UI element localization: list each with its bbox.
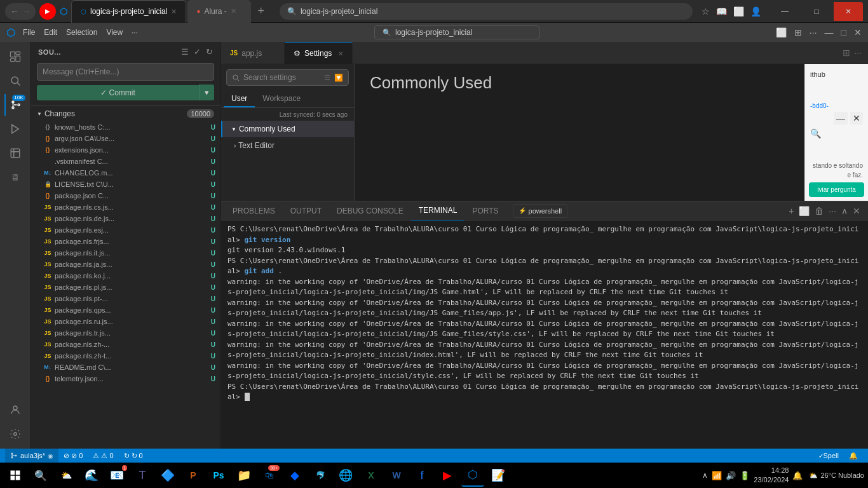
taskbar-app-chrome[interactable]: 🌐 — [334, 464, 357, 487]
titlebar-minimize[interactable]: — — [825, 27, 834, 37]
file-item[interactable]: JS package.nls.esj... U — [31, 224, 220, 236]
tab-close-alura[interactable]: ✕ — [231, 7, 236, 15]
taskbar-app-excel[interactable]: X — [360, 464, 383, 487]
taskbar-app-teams2[interactable]: 🔷 — [156, 464, 179, 487]
browser-tab-alura[interactable]: ● Alura - ✕ — [187, 0, 251, 23]
github-link-text[interactable]: ithub — [809, 68, 864, 81]
panel-tab-problems[interactable]: PROBLEMS — [225, 201, 283, 220]
status-warnings[interactable]: ⚠ ⚠ 0 — [88, 449, 118, 463]
taskbar-app-youtube[interactable]: ▶ — [436, 464, 459, 487]
sidebar-menu-icon[interactable]: ☰ — [181, 47, 189, 57]
browser-tab-vscode[interactable]: ⬡ logica-js-projeto_inicial ✕ — [71, 0, 186, 23]
taskbar-app-powerpoint[interactable]: P — [182, 464, 205, 487]
file-item[interactable]: 🔒 LICENSE.txt C\U... U — [31, 179, 220, 190]
activity-run[interactable] — [4, 118, 26, 140]
status-sync[interactable]: ↻ ↻ 0 — [119, 449, 148, 463]
terminal-close-icon[interactable]: ✕ — [853, 206, 860, 216]
menu-file[interactable]: File — [23, 28, 35, 37]
commit-button[interactable]: ✓ Commit — [37, 85, 199, 100]
file-item[interactable]: M↓ README.md C\... U — [31, 362, 220, 373]
taskbar-app-word[interactable]: W — [385, 464, 408, 487]
activity-source-control[interactable]: 10K — [4, 94, 26, 116]
settings-tab-close[interactable]: ✕ — [338, 50, 343, 57]
alura-minimize-icon[interactable]: — — [834, 112, 848, 125]
sidebar-refresh-icon[interactable]: ↻ — [206, 47, 213, 57]
address-bar-text[interactable]: logica-js-projeto_inicial — [301, 7, 377, 16]
activity-explorer[interactable] — [4, 46, 26, 67]
file-item[interactable]: JS package.nls.zh-t... U — [31, 350, 220, 362]
file-item[interactable]: JS package.nls.de.js... U — [31, 213, 220, 224]
tab-app-js[interactable]: JS app.js — [221, 42, 285, 64]
split-editor-action[interactable]: ⊞ — [843, 48, 850, 58]
activity-account[interactable] — [4, 399, 26, 421]
changes-section-header[interactable]: ▼ Changes 10000 — [31, 106, 220, 121]
minimize-button[interactable]: — — [770, 2, 799, 21]
terminal-shell-indicator[interactable]: ⚡ powershell — [513, 204, 568, 218]
taskbar-clock[interactable]: 14:28 23/02/2024 — [754, 466, 789, 485]
status-bell[interactable]: 🔔 — [844, 449, 863, 463]
menu-view[interactable]: View — [106, 28, 123, 37]
start-button[interactable] — [4, 464, 27, 487]
reading-view-icon[interactable]: 📖 — [716, 6, 727, 17]
nav-forward[interactable]: → — [22, 6, 31, 17]
restore-button[interactable]: □ — [802, 2, 831, 21]
taskbar-app-files[interactable]: 📁 — [233, 464, 255, 487]
file-item[interactable]: {} argv.json CA\Use... U — [31, 133, 220, 144]
profile-icon[interactable]: 👤 — [750, 6, 761, 17]
youtube-tab[interactable]: ▶ — [39, 3, 56, 20]
taskbar-app-outlook[interactable]: 📧 1 — [105, 464, 128, 487]
taskbar-app-facebook[interactable]: f — [410, 464, 433, 487]
close-button[interactable]: ✕ — [834, 2, 863, 21]
new-tab-button[interactable]: + — [251, 0, 271, 23]
status-spell[interactable]: ✓ Spell — [813, 449, 844, 463]
taskbar-app-photoshop[interactable]: Ps — [207, 464, 230, 487]
notification-center-icon[interactable]: 🔔 — [792, 471, 803, 480]
network-icon[interactable]: 📶 — [712, 471, 722, 480]
activity-settings[interactable] — [4, 423, 26, 445]
menu-edit[interactable]: Edit — [44, 28, 57, 37]
taskbar-weather[interactable]: ⛅ 26°C Nublado — [809, 471, 864, 480]
tray-expand[interactable]: ∧ — [702, 471, 708, 480]
favorites-icon[interactable]: ☆ — [702, 6, 710, 17]
nav-back[interactable]: ← — [10, 6, 19, 17]
settings-nav-text-editor[interactable]: › Text Editor — [221, 137, 354, 154]
file-item[interactable]: JS package.nls.ja.js... U — [31, 259, 220, 270]
file-item[interactable]: {} telemetry.json... U — [31, 373, 220, 384]
file-item[interactable]: .vsixmanifest C... U — [31, 156, 220, 167]
terminal-more-icon[interactable]: ··· — [829, 206, 836, 216]
titlebar-restore[interactable]: □ — [841, 27, 846, 37]
file-item[interactable]: JS package.nls.cs.js... U — [31, 201, 220, 213]
alura-close-icon[interactable]: ✕ — [850, 112, 863, 125]
settings-workspace-tab[interactable]: Workspace — [255, 91, 308, 107]
settings-user-tab[interactable]: User — [224, 91, 255, 107]
panel-tab-ports[interactable]: PORTS — [465, 201, 506, 220]
file-item[interactable]: {} extensions.json... U — [31, 144, 220, 156]
taskbar-app-mysql[interactable]: 🐬 — [309, 464, 332, 487]
taskbar-app-teams[interactable]: T — [131, 464, 154, 487]
settings-search-input[interactable]: Search settings ☰ 🔽 — [226, 69, 349, 86]
file-item[interactable]: JS package.nls.pl.js... U — [31, 281, 220, 293]
taskbar-app-store[interactable]: 🛍 99+ — [258, 464, 281, 487]
terminal-content[interactable]: PS C:\Users\renat\OneDrive\Área de Traba… — [221, 220, 868, 449]
more-actions-icon[interactable]: ··· — [810, 27, 817, 37]
file-item[interactable]: JS package.nls.tr.js... U — [31, 327, 220, 339]
taskbar-app-edge[interactable]: 🌊 — [80, 464, 103, 487]
terminal-maximize-icon[interactable]: ∧ — [841, 206, 848, 216]
taskbar-app-vscode[interactable]: ⬡ — [461, 464, 484, 487]
settings-nav-commonly-used[interactable]: ▼ Commonly Used — [221, 121, 354, 137]
menu-more[interactable]: ··· — [132, 28, 138, 37]
split-terminal-icon[interactable]: ⬜ — [799, 206, 810, 216]
taskbar-search[interactable]: 🔍 — [29, 464, 52, 487]
file-item[interactable]: JS package.nls.ko.j... U — [31, 270, 220, 281]
activity-remote[interactable]: 🖥 — [4, 166, 26, 188]
battery-icon[interactable]: 🔋 — [740, 471, 750, 480]
tab-close-vscode[interactable]: ✕ — [171, 8, 177, 16]
file-item[interactable]: M↓ CHANGELOG.m... U — [31, 167, 220, 179]
activity-extensions[interactable] — [4, 142, 26, 164]
panel-tab-output[interactable]: OUTPUT — [283, 201, 329, 220]
more-tab-actions[interactable]: ··· — [854, 48, 862, 58]
file-item[interactable]: {} known_hosts C:... U — [31, 121, 220, 133]
file-item[interactable]: JS package.nls.ru.js... U — [31, 316, 220, 327]
vscode-search-bar[interactable]: 🔍 logica-js-projeto_inicial — [374, 25, 539, 39]
file-item[interactable]: {} package.json C... U — [31, 190, 220, 201]
